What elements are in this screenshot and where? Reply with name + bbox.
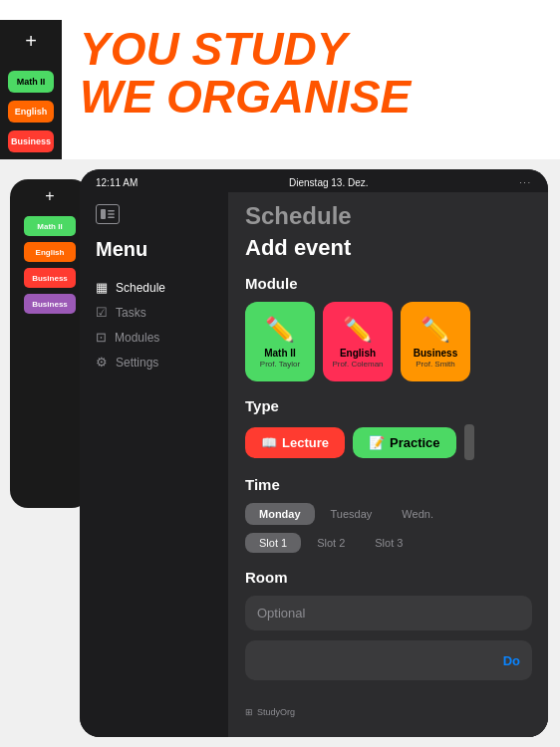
branding: ⊞ StudyOrg <box>245 707 295 717</box>
type-section-label: Type <box>245 397 532 414</box>
phone-tag-business2: Business <box>24 294 76 314</box>
practice-label: Practice <box>390 435 440 450</box>
module-card-english[interactable]: ✏️ English Prof. Coleman <box>323 302 393 381</box>
math-emoji: ✏️ <box>265 316 295 344</box>
module-cards: ✏️ Math II Prof. Taylor ✏️ English Prof.… <box>245 302 532 381</box>
time-section-label: Time <box>245 476 532 493</box>
sidebar-item-schedule[interactable]: ▦ Schedule <box>96 275 212 300</box>
sidebar: Menu ▦ Schedule ☑ Tasks ⊡ Modules ⚙ <box>80 192 229 737</box>
sidebar-item-modules[interactable]: ⊡ Modules <box>96 325 212 350</box>
english-emoji: ✏️ <box>343 316 373 344</box>
phone-tag-math: Math II <box>24 216 76 236</box>
modules-icon: ⊡ <box>96 330 107 345</box>
day-tab-tuesday[interactable]: Tuesday <box>317 503 387 525</box>
ipad-mockup: 12:11 AM Dienstag 13. Dez. ··· <box>80 169 548 737</box>
plus-icon[interactable]: + <box>25 30 37 53</box>
practice-emoji: 📝 <box>369 435 385 450</box>
sidebar-item-tasks[interactable]: ☑ Tasks <box>96 300 212 325</box>
room-section-label: Room <box>245 569 532 586</box>
svg-rect-0 <box>101 209 106 219</box>
day-tab-wednesday[interactable]: Wedn. <box>388 503 447 525</box>
sidebar-settings-label: Settings <box>116 356 158 370</box>
sidebar-modules-label: Modules <box>115 331 159 345</box>
sidebar-tasks-label: Tasks <box>116 306 146 320</box>
settings-icon: ⚙ <box>96 355 108 370</box>
english-name: English <box>340 348 376 360</box>
status-bar: 12:11 AM Dienstag 13. Dez. ··· <box>80 169 548 192</box>
module-section-label: Module <box>245 275 532 292</box>
add-event-modal: Add event Module ✏️ Math II Prof. Taylor… <box>229 235 548 737</box>
math-name: Math II <box>264 348 296 360</box>
sidebar-schedule-label: Schedule <box>116 281 165 295</box>
business-name: Business <box>414 348 457 360</box>
day-tab-monday[interactable]: Monday <box>245 503 315 525</box>
pill-english: English <box>8 101 54 123</box>
svg-rect-3 <box>108 217 115 219</box>
day-tabs: Monday Tuesday Wedn. <box>245 503 532 525</box>
svg-rect-1 <box>108 210 115 212</box>
status-time: 12:11 AM <box>96 177 138 188</box>
phone-tag-business1: Business <box>24 268 76 288</box>
phone-tag-english: English <box>24 242 76 262</box>
sidebar-toggle-icon[interactable] <box>96 204 120 224</box>
headline-line2: WE ORGANISE <box>80 73 411 121</box>
more-types-indicator <box>464 424 474 460</box>
tasks-icon: ☑ <box>96 305 108 320</box>
math-prof: Prof. Taylor <box>260 360 300 369</box>
practice-button[interactable]: 📝 Practice <box>353 427 456 458</box>
sidebar-title: Menu <box>96 238 212 261</box>
slot-tab-3[interactable]: Slot 3 <box>361 533 417 553</box>
type-buttons: 📖 Lecture 📝 Practice <box>245 424 532 460</box>
slot-tabs: Slot 1 Slot 2 Slot 3 <box>245 533 532 553</box>
pill-business1: Business <box>8 130 54 152</box>
pill-math: Math II <box>8 71 54 93</box>
room-input[interactable]: Optional <box>245 596 532 630</box>
phone-mockup: + Math II English Business Business <box>10 179 90 508</box>
schedule-header: Schedule <box>229 192 548 235</box>
calendar-icon: ▦ <box>96 280 108 295</box>
main-panel: Schedule Add event Module ✏️ Math II Pro… <box>229 192 548 737</box>
headline-line1: YOU STUDY <box>80 25 411 73</box>
phone-plus-icon[interactable]: + <box>45 187 54 205</box>
slot-tab-2[interactable]: Slot 2 <box>303 533 359 553</box>
bottom-action-bar: Do <box>245 640 532 680</box>
status-date: Dienstag 13. Dez. <box>289 177 369 188</box>
business-prof: Prof. Smith <box>416 360 455 369</box>
lecture-label: Lecture <box>282 435 329 450</box>
svg-rect-2 <box>108 213 115 215</box>
status-dots: ··· <box>519 178 532 187</box>
business-emoji: ✏️ <box>420 316 450 344</box>
modal-title: Add event <box>245 235 532 261</box>
device-area: + Math II English Business Business 12:1… <box>0 159 560 747</box>
lecture-button[interactable]: 📖 Lecture <box>245 427 345 458</box>
lecture-emoji: 📖 <box>261 435 277 450</box>
module-card-business[interactable]: ✏️ Business Prof. Smith <box>401 302 470 381</box>
brand-label: StudyOrg <box>257 707 295 717</box>
slot-tab-1[interactable]: Slot 1 <box>245 533 301 553</box>
sidebar-item-settings[interactable]: ⚙ Settings <box>96 350 212 374</box>
logo-icon: ⊞ <box>245 707 253 717</box>
module-card-math[interactable]: ✏️ Math II Prof. Taylor <box>245 302 315 381</box>
headline: YOU STUDY WE ORGANISE <box>62 20 411 122</box>
do-button[interactable]: Do <box>503 653 520 668</box>
english-prof: Prof. Coleman <box>332 360 383 369</box>
